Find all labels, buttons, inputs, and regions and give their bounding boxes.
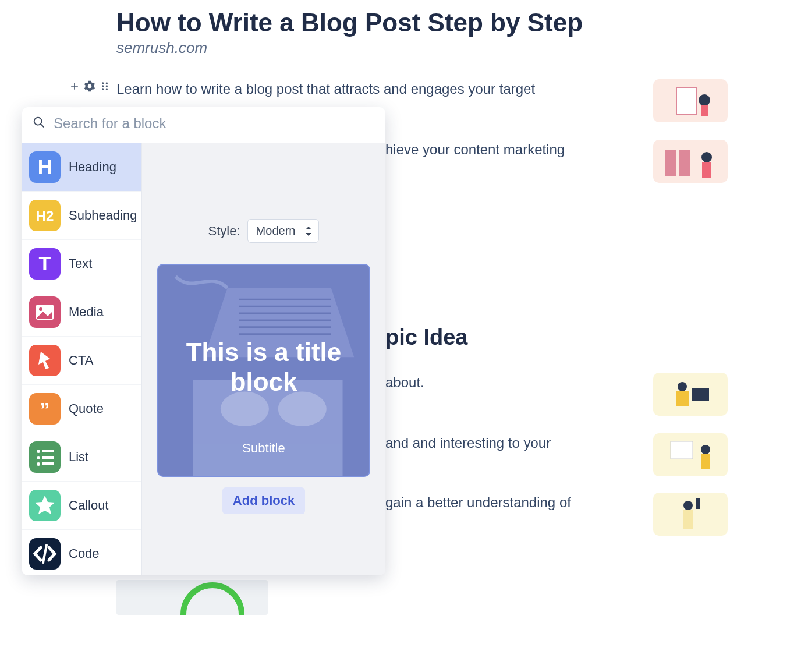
svg-rect-15 bbox=[692, 388, 709, 401]
image-block-placeholder bbox=[116, 580, 268, 615]
subheading-icon: H2 bbox=[29, 200, 61, 231]
svg-point-26 bbox=[39, 307, 42, 311]
svg-point-2 bbox=[102, 85, 104, 87]
svg-rect-16 bbox=[671, 441, 693, 459]
block-type-list[interactable]: List bbox=[22, 433, 141, 482]
block-type-label: CTA bbox=[69, 353, 93, 368]
svg-point-3 bbox=[106, 85, 108, 87]
svg-point-32 bbox=[37, 462, 40, 466]
preview-subtitle: Subtitle bbox=[242, 441, 285, 456]
cta-icon bbox=[29, 345, 61, 376]
svg-point-4 bbox=[102, 88, 104, 90]
svg-point-17 bbox=[701, 445, 710, 454]
block-type-label: List bbox=[69, 450, 88, 465]
svg-rect-20 bbox=[683, 510, 693, 529]
style-row: Style: Modern bbox=[208, 219, 320, 243]
block-type-label: Heading bbox=[69, 160, 116, 175]
block-picker-popover: HHeadingH2SubheadingTTextMediaCTA”QuoteL… bbox=[22, 107, 385, 575]
svg-text:T: T bbox=[39, 252, 51, 274]
block-type-media[interactable]: Media bbox=[22, 288, 141, 337]
source-domain: semrush.com bbox=[116, 39, 687, 57]
svg-point-7 bbox=[699, 94, 710, 106]
heading-icon: H bbox=[29, 151, 61, 183]
svg-rect-21 bbox=[696, 498, 700, 509]
block-type-list: HHeadingH2SubheadingTTextMediaCTA”QuoteL… bbox=[22, 143, 142, 575]
svg-point-30 bbox=[37, 456, 40, 459]
preview-title: This is a title block bbox=[158, 338, 369, 397]
thumbnail[interactable] bbox=[653, 140, 728, 183]
thumbnail[interactable] bbox=[653, 433, 728, 476]
block-preview-card: This is a title block Subtitle bbox=[157, 264, 370, 477]
list-icon bbox=[29, 441, 61, 473]
thumbnail[interactable] bbox=[653, 493, 728, 536]
add-block-icon[interactable] bbox=[69, 80, 80, 92]
callout-icon bbox=[29, 490, 61, 521]
gear-icon[interactable] bbox=[84, 80, 95, 92]
style-select-value: Modern bbox=[256, 224, 296, 237]
search-icon bbox=[33, 116, 45, 131]
block-preview-pane: Style: Modern bbox=[142, 143, 385, 575]
style-label: Style: bbox=[208, 224, 240, 239]
thumbnail[interactable] bbox=[653, 373, 728, 416]
svg-point-5 bbox=[106, 88, 108, 90]
svg-rect-31 bbox=[42, 456, 54, 459]
svg-point-19 bbox=[683, 501, 693, 510]
block-type-cta[interactable]: CTA bbox=[22, 337, 141, 385]
svg-rect-12 bbox=[702, 162, 711, 178]
block-type-label: Text bbox=[69, 256, 92, 271]
block-type-quote[interactable]: ”Quote bbox=[22, 385, 141, 433]
drag-handle-icon[interactable] bbox=[99, 80, 111, 92]
block-type-label: Quote bbox=[69, 401, 104, 416]
svg-point-28 bbox=[37, 450, 40, 453]
svg-point-1 bbox=[106, 82, 108, 84]
svg-rect-9 bbox=[665, 150, 676, 176]
code-icon bbox=[29, 538, 61, 570]
svg-rect-14 bbox=[676, 391, 689, 406]
style-select[interactable]: Modern bbox=[247, 219, 320, 243]
media-icon bbox=[29, 296, 61, 328]
block-type-label: Subheading bbox=[69, 208, 137, 223]
paragraph-text: Learn how to write a blog post that attr… bbox=[116, 79, 535, 100]
block-toolbar bbox=[69, 80, 111, 92]
block-type-label: Media bbox=[69, 305, 104, 320]
svg-text:”: ” bbox=[40, 398, 50, 420]
svg-point-13 bbox=[678, 382, 687, 391]
block-type-subheading[interactable]: H2Subheading bbox=[22, 192, 141, 240]
svg-point-0 bbox=[102, 82, 104, 84]
block-type-code[interactable]: Code bbox=[22, 530, 141, 575]
svg-rect-8 bbox=[701, 105, 708, 116]
svg-rect-33 bbox=[42, 462, 54, 465]
block-type-text[interactable]: TText bbox=[22, 240, 141, 288]
add-block-button[interactable]: Add block bbox=[222, 487, 305, 514]
thumbnail[interactable] bbox=[653, 79, 728, 122]
svg-rect-29 bbox=[42, 450, 54, 452]
text-icon: T bbox=[29, 248, 61, 280]
article-header: How to Write a Blog Post Step by Step se… bbox=[116, 8, 687, 57]
svg-point-11 bbox=[701, 152, 712, 162]
page-title: How to Write a Blog Post Step by Step bbox=[116, 8, 687, 38]
svg-text:H: H bbox=[38, 155, 52, 178]
block-type-heading[interactable]: HHeading bbox=[22, 143, 141, 192]
svg-rect-10 bbox=[679, 150, 690, 176]
block-search-row bbox=[22, 107, 385, 143]
svg-line-34 bbox=[43, 545, 47, 563]
block-type-callout[interactable]: Callout bbox=[22, 482, 141, 530]
block-type-label: Callout bbox=[69, 498, 108, 513]
svg-rect-6 bbox=[676, 87, 696, 114]
block-search-input[interactable] bbox=[54, 115, 375, 132]
svg-rect-18 bbox=[701, 454, 710, 469]
quote-icon: ” bbox=[29, 393, 61, 425]
block-type-label: Code bbox=[69, 546, 100, 561]
svg-text:H2: H2 bbox=[36, 208, 54, 224]
